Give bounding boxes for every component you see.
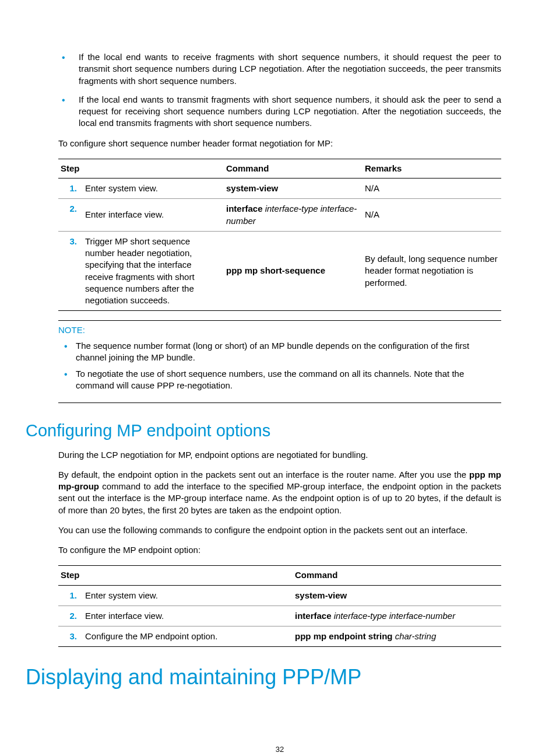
step-command: ppp mp short-sequence: [224, 231, 363, 311]
step-desc: Enter system view.: [83, 178, 224, 199]
step-desc: Configure the MP endpoint option.: [83, 626, 293, 647]
step-number: 2.: [58, 199, 83, 232]
table-row: 3. Configure the MP endpoint option. ppp…: [58, 626, 501, 647]
col-step: Step: [58, 566, 293, 585]
table-row: 3. Trigger MP short sequence number head…: [58, 231, 501, 311]
text: command to add the interface to the spec…: [58, 481, 501, 515]
col-command: Command: [224, 159, 363, 178]
paragraph: You can use the following commands to co…: [58, 524, 501, 536]
col-command: Command: [293, 566, 501, 585]
paragraph: By default, the endpoint option in the p…: [58, 469, 501, 516]
note-item: The sequence number format (long or shor…: [58, 340, 501, 364]
page-number: 32: [58, 744, 501, 755]
step-number: 1.: [58, 178, 83, 199]
chapter-heading: Displaying and maintaining PPP/MP: [26, 663, 501, 692]
paragraph: During the LCP negotiation for MP, endpo…: [58, 449, 501, 461]
step-number: 2.: [58, 606, 83, 626]
steps-table-1: Step Command Remarks 1. Enter system vie…: [58, 159, 501, 312]
step-command: interface interface-type interface-numbe…: [224, 199, 363, 232]
step-command: system-view: [224, 178, 363, 199]
table-row: 1. Enter system view. system-view: [58, 585, 501, 606]
cmd-bold: ppp mp short-sequence: [226, 265, 325, 275]
table-row: 2. Enter interface view. interface inter…: [58, 606, 501, 626]
step-command: interface interface-type interface-numbe…: [293, 606, 501, 626]
table-row: 2. Enter interface view. interface inter…: [58, 199, 501, 232]
table-row: 1. Enter system view. system-view N/A: [58, 178, 501, 199]
cmd-bold: interface: [295, 611, 332, 621]
step-command: system-view: [293, 585, 501, 606]
cmd-bold: ppp mp endpoint string: [295, 631, 392, 641]
step-number: 3.: [58, 626, 83, 647]
page-content: If the local end wants to receive fragme…: [0, 0, 556, 756]
intro-text: To configure the MP endpoint option:: [58, 544, 501, 556]
intro-text: To configure short sequence number heade…: [58, 138, 501, 149]
step-number: 1.: [58, 585, 83, 606]
step-desc: Enter system view.: [83, 585, 293, 606]
col-remarks: Remarks: [363, 159, 501, 178]
step-number: 3.: [58, 231, 83, 311]
cmd-bold: interface: [226, 204, 263, 214]
cmd-ital: interface-type interface-number: [332, 611, 456, 621]
note-title: NOTE:: [58, 324, 501, 336]
steps-table-2: Step Command 1. Enter system view. syste…: [58, 565, 501, 647]
col-step: Step: [58, 159, 224, 178]
section-heading: Configuring MP endpoint options: [26, 419, 501, 442]
cmd-ital: char-string: [392, 631, 436, 641]
step-remarks: N/A: [363, 199, 501, 232]
table-header-row: Step Command Remarks: [58, 159, 501, 178]
step-desc: Enter interface view.: [83, 199, 224, 232]
step-remarks: N/A: [363, 178, 501, 199]
note-item: To negotiate the use of short sequence n…: [58, 368, 501, 392]
note-bullet-list: The sequence number format (long or shor…: [58, 340, 501, 392]
step-desc: Trigger MP short sequence number header …: [83, 231, 224, 311]
step-command: ppp mp endpoint string char-string: [293, 626, 501, 647]
bullet-item: If the local end wants to receive fragme…: [58, 51, 501, 87]
intro-bullet-list: If the local end wants to receive fragme…: [58, 51, 501, 130]
step-desc: Enter interface view.: [83, 606, 293, 626]
text: By default, the endpoint option in the p…: [58, 470, 469, 480]
bullet-item: If the local end wants to transmit fragm…: [58, 94, 501, 130]
step-remarks: By default, long sequence number header …: [363, 231, 501, 311]
note-block: NOTE: The sequence number format (long o…: [58, 320, 501, 402]
table-header-row: Step Command: [58, 566, 501, 585]
cmd-bold: system-view: [295, 590, 347, 600]
cmd-bold: system-view: [226, 183, 278, 193]
